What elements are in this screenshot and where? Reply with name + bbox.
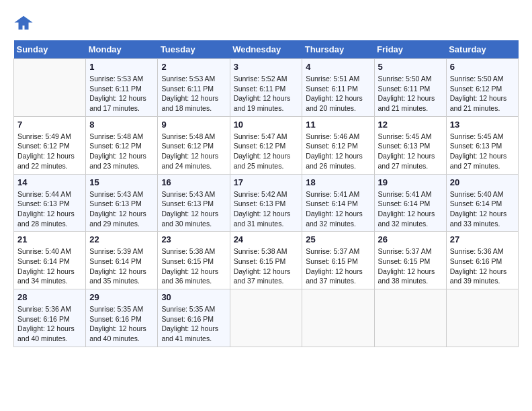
- calendar-cell: 28 Sunrise: 5:36 AMSunset: 6:16 PMDaylig…: [14, 289, 86, 347]
- calendar-cell: 9 Sunrise: 5:48 AMSunset: 6:12 PMDayligh…: [158, 116, 230, 174]
- day-number: 3: [234, 62, 299, 72]
- cell-info: Sunrise: 5:36 AMSunset: 6:16 PMDaylight:…: [17, 304, 82, 344]
- day-number: 8: [89, 120, 154, 130]
- calendar-cell: [374, 289, 446, 347]
- header-monday: Monday: [86, 40, 158, 59]
- cell-info: Sunrise: 5:44 AMSunset: 6:13 PMDaylight:…: [17, 189, 82, 229]
- calendar-cell: 11 Sunrise: 5:46 AMSunset: 6:12 PMDaylig…: [302, 116, 374, 174]
- day-number: 29: [89, 292, 154, 302]
- calendar-cell: 27 Sunrise: 5:36 AMSunset: 6:16 PMDaylig…: [446, 232, 518, 289]
- calendar-cell: 19 Sunrise: 5:41 AMSunset: 6:14 PMDaylig…: [374, 174, 446, 232]
- calendar-cell: 20 Sunrise: 5:40 AMSunset: 6:14 PMDaylig…: [446, 174, 518, 232]
- day-number: 25: [306, 234, 370, 244]
- calendar-cell: 16 Sunrise: 5:43 AMSunset: 6:13 PMDaylig…: [158, 174, 230, 232]
- cell-info: Sunrise: 5:47 AMSunset: 6:12 PMDaylight:…: [234, 132, 299, 171]
- day-number: 4: [306, 62, 370, 72]
- calendar-header-row: SundayMondayTuesdayWednesdayThursdayFrid…: [14, 40, 519, 59]
- cell-info: Sunrise: 5:52 AMSunset: 6:11 PMDaylight:…: [234, 74, 299, 113]
- cell-info: Sunrise: 5:50 AMSunset: 6:11 PMDaylight:…: [378, 74, 443, 113]
- day-number: 9: [161, 120, 226, 130]
- calendar-cell: [302, 289, 374, 347]
- calendar-table: SundayMondayTuesdayWednesdayThursdayFrid…: [13, 40, 519, 347]
- cell-info: Sunrise: 5:35 AMSunset: 6:16 PMDaylight:…: [89, 304, 154, 344]
- day-number: 21: [17, 234, 82, 244]
- day-number: 20: [450, 177, 515, 187]
- header-sunday: Sunday: [14, 40, 86, 59]
- day-number: 17: [234, 177, 299, 187]
- logo-icon: [13, 13, 34, 34]
- calendar-cell: 8 Sunrise: 5:48 AMSunset: 6:12 PMDayligh…: [86, 116, 158, 174]
- day-number: 13: [450, 120, 515, 130]
- cell-info: Sunrise: 5:49 AMSunset: 6:12 PMDaylight:…: [17, 132, 82, 171]
- calendar-week-row: 21 Sunrise: 5:40 AMSunset: 6:14 PMDaylig…: [14, 232, 519, 289]
- cell-info: Sunrise: 5:38 AMSunset: 6:15 PMDaylight:…: [161, 246, 226, 286]
- svg-marker-0: [15, 16, 33, 30]
- day-number: 10: [234, 120, 299, 130]
- calendar-cell: 12 Sunrise: 5:45 AMSunset: 6:13 PMDaylig…: [374, 116, 446, 174]
- calendar-cell: 3 Sunrise: 5:52 AMSunset: 6:11 PMDayligh…: [230, 59, 302, 117]
- day-number: 7: [17, 120, 82, 130]
- calendar-cell: [14, 59, 86, 117]
- cell-info: Sunrise: 5:38 AMSunset: 6:15 PMDaylight:…: [234, 246, 299, 286]
- cell-info: Sunrise: 5:48 AMSunset: 6:12 PMDaylight:…: [89, 132, 154, 171]
- cell-info: Sunrise: 5:40 AMSunset: 6:14 PMDaylight:…: [17, 246, 82, 286]
- cell-info: Sunrise: 5:45 AMSunset: 6:13 PMDaylight:…: [450, 132, 515, 171]
- calendar-cell: [230, 289, 302, 347]
- day-number: 6: [450, 62, 515, 72]
- day-number: 28: [17, 292, 82, 302]
- cell-info: Sunrise: 5:37 AMSunset: 6:15 PMDaylight:…: [306, 246, 370, 286]
- calendar-cell: 10 Sunrise: 5:47 AMSunset: 6:12 PMDaylig…: [230, 116, 302, 174]
- cell-info: Sunrise: 5:51 AMSunset: 6:11 PMDaylight:…: [306, 74, 370, 113]
- cell-info: Sunrise: 5:39 AMSunset: 6:14 PMDaylight:…: [89, 246, 154, 286]
- calendar-cell: 14 Sunrise: 5:44 AMSunset: 6:13 PMDaylig…: [14, 174, 86, 232]
- header-wednesday: Wednesday: [230, 40, 302, 59]
- calendar-cell: 4 Sunrise: 5:51 AMSunset: 6:11 PMDayligh…: [302, 59, 374, 117]
- calendar-cell: 2 Sunrise: 5:53 AMSunset: 6:11 PMDayligh…: [158, 59, 230, 117]
- logo: [13, 13, 36, 34]
- calendar-cell: 26 Sunrise: 5:37 AMSunset: 6:15 PMDaylig…: [374, 232, 446, 289]
- day-number: 30: [161, 292, 226, 302]
- calendar-week-row: 1 Sunrise: 5:53 AMSunset: 6:11 PMDayligh…: [14, 59, 519, 117]
- calendar-cell: 22 Sunrise: 5:39 AMSunset: 6:14 PMDaylig…: [86, 232, 158, 289]
- calendar-cell: 29 Sunrise: 5:35 AMSunset: 6:16 PMDaylig…: [86, 289, 158, 347]
- header-tuesday: Tuesday: [158, 40, 230, 59]
- calendar-cell: 25 Sunrise: 5:37 AMSunset: 6:15 PMDaylig…: [302, 232, 374, 289]
- calendar-cell: 23 Sunrise: 5:38 AMSunset: 6:15 PMDaylig…: [158, 232, 230, 289]
- cell-info: Sunrise: 5:53 AMSunset: 6:11 PMDaylight:…: [161, 74, 226, 113]
- day-number: 5: [378, 62, 443, 72]
- calendar-week-row: 14 Sunrise: 5:44 AMSunset: 6:13 PMDaylig…: [14, 174, 519, 232]
- day-number: 24: [234, 234, 299, 244]
- calendar-cell: 24 Sunrise: 5:38 AMSunset: 6:15 PMDaylig…: [230, 232, 302, 289]
- cell-info: Sunrise: 5:48 AMSunset: 6:12 PMDaylight:…: [161, 132, 226, 171]
- day-number: 15: [89, 177, 154, 187]
- calendar-cell: 15 Sunrise: 5:43 AMSunset: 6:13 PMDaylig…: [86, 174, 158, 232]
- day-number: 11: [306, 120, 370, 130]
- day-number: 2: [161, 62, 226, 72]
- day-number: 22: [89, 234, 154, 244]
- calendar-week-row: 7 Sunrise: 5:49 AMSunset: 6:12 PMDayligh…: [14, 116, 519, 174]
- calendar-cell: 21 Sunrise: 5:40 AMSunset: 6:14 PMDaylig…: [14, 232, 86, 289]
- day-number: 16: [161, 177, 226, 187]
- page-header: [13, 13, 519, 34]
- cell-info: Sunrise: 5:42 AMSunset: 6:13 PMDaylight:…: [234, 189, 299, 229]
- cell-info: Sunrise: 5:40 AMSunset: 6:14 PMDaylight:…: [450, 189, 515, 229]
- cell-info: Sunrise: 5:50 AMSunset: 6:12 PMDaylight:…: [450, 74, 515, 113]
- cell-info: Sunrise: 5:37 AMSunset: 6:15 PMDaylight:…: [378, 246, 443, 286]
- day-number: 14: [17, 177, 82, 187]
- header-thursday: Thursday: [302, 40, 374, 59]
- cell-info: Sunrise: 5:53 AMSunset: 6:11 PMDaylight:…: [89, 74, 154, 113]
- day-number: 27: [450, 234, 515, 244]
- cell-info: Sunrise: 5:35 AMSunset: 6:16 PMDaylight:…: [161, 304, 226, 344]
- day-number: 26: [378, 234, 443, 244]
- cell-info: Sunrise: 5:46 AMSunset: 6:12 PMDaylight:…: [306, 132, 370, 171]
- calendar-cell: 18 Sunrise: 5:41 AMSunset: 6:14 PMDaylig…: [302, 174, 374, 232]
- header-friday: Friday: [374, 40, 446, 59]
- calendar-cell: 5 Sunrise: 5:50 AMSunset: 6:11 PMDayligh…: [374, 59, 446, 117]
- calendar-cell: 7 Sunrise: 5:49 AMSunset: 6:12 PMDayligh…: [14, 116, 86, 174]
- calendar-cell: 6 Sunrise: 5:50 AMSunset: 6:12 PMDayligh…: [446, 59, 518, 117]
- day-number: 23: [161, 234, 226, 244]
- day-number: 19: [378, 177, 443, 187]
- cell-info: Sunrise: 5:45 AMSunset: 6:13 PMDaylight:…: [378, 132, 443, 171]
- header-saturday: Saturday: [446, 40, 518, 59]
- calendar-cell: 30 Sunrise: 5:35 AMSunset: 6:16 PMDaylig…: [158, 289, 230, 347]
